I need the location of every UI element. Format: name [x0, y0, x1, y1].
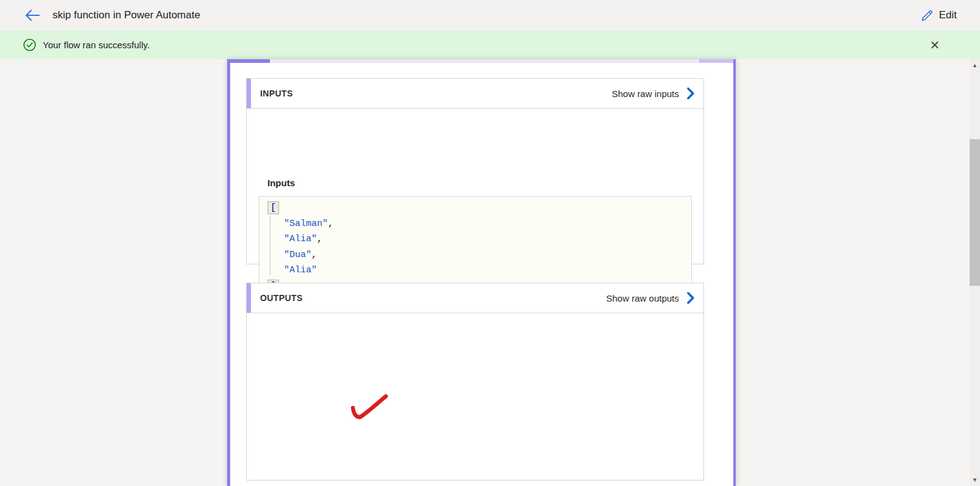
outputs-accent-bar [247, 283, 251, 313]
panel-top-accent-mid [699, 59, 733, 63]
run-details-content: INPUTS Show raw inputs Inputs [ "Salman"… [0, 59, 980, 486]
edit-button[interactable]: Edit [921, 0, 957, 31]
scrollbar-thumb[interactable] [970, 139, 980, 286]
json-open-bracket[interactable]: [ [267, 201, 279, 214]
inputs-accent-bar [247, 79, 251, 108]
outputs-section-header: OUTPUTS Show raw outputs [246, 283, 704, 313]
scroll-down-icon[interactable]: ▼ [970, 475, 980, 485]
inputs-section-title: INPUTS [260, 89, 293, 98]
top-bar: skip function in Power Automate Edit [0, 0, 980, 31]
inputs-label: Inputs [267, 178, 295, 188]
back-button[interactable] [22, 5, 43, 26]
panel-top-accent-dark [230, 59, 270, 63]
chevron-right-icon [686, 87, 695, 100]
flow-run-screen: skip function in Power Automate Edit You… [0, 0, 980, 486]
chevron-right-icon [686, 292, 695, 304]
show-raw-inputs-label: Show raw inputs [612, 89, 679, 99]
success-check-icon [23, 38, 36, 51]
json-line: "Dua", [260, 247, 691, 263]
json-line: "Alia" [260, 263, 691, 278]
json-line: "Salman", [260, 216, 691, 232]
back-arrow-icon [24, 9, 40, 21]
outputs-section-title: OUTPUTS [260, 293, 303, 303]
show-raw-outputs-label: Show raw outputs [606, 293, 679, 303]
vertical-scrollbar[interactable]: ▲ ▼ [970, 59, 980, 486]
panel-top-accent-light [270, 59, 699, 63]
edit-button-label: Edit [939, 9, 957, 21]
show-raw-outputs-link[interactable]: Show raw outputs [606, 292, 695, 304]
inputs-section-body: Inputs [ "Salman", "Alia", "Dua", "Alia"… [246, 109, 704, 264]
scroll-up-icon[interactable]: ▲ [970, 60, 980, 70]
pencil-icon [921, 9, 934, 22]
show-raw-inputs-link[interactable]: Show raw inputs [612, 87, 695, 100]
page-title: skip function in Power Automate [53, 9, 200, 21]
outputs-section-body: Outputs [ "Salman", "Alia", "Dua", "Alia… [246, 313, 704, 481]
banner-message: Your flow ran successfully. [43, 40, 150, 50]
action-run-panel: INPUTS Show raw inputs Inputs [ "Salman"… [227, 59, 736, 486]
json-fold-guide [270, 216, 270, 275]
banner-close-icon[interactable]: ✕ [927, 38, 942, 53]
success-banner: Your flow ran successfully. ✕ [0, 31, 980, 59]
json-line: "Alia", [260, 231, 691, 247]
inputs-section-header: INPUTS Show raw inputs [246, 78, 704, 109]
